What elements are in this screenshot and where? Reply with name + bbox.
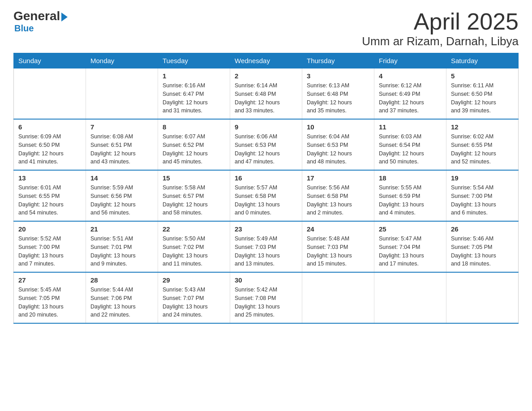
day-number: 23 — [235, 225, 297, 233]
calendar-cell: 17Sunrise: 5:56 AM Sunset: 6:58 PM Dayli… — [302, 170, 374, 221]
day-number: 18 — [379, 174, 442, 182]
calendar-cell: 10Sunrise: 6:04 AM Sunset: 6:53 PM Dayli… — [302, 119, 374, 170]
page-title: April 2025 — [362, 9, 519, 34]
day-number: 24 — [307, 225, 369, 233]
day-number: 1 — [163, 72, 225, 80]
day-number: 25 — [379, 225, 442, 233]
day-number: 2 — [235, 72, 297, 80]
calendar-cell: 9Sunrise: 6:06 AM Sunset: 6:53 PM Daylig… — [230, 119, 302, 170]
day-info: Sunrise: 5:50 AM Sunset: 7:02 PM Dayligh… — [163, 235, 225, 268]
day-info: Sunrise: 6:12 AM Sunset: 6:49 PM Dayligh… — [379, 81, 442, 115]
calendar-header-wednesday: Wednesday — [230, 53, 302, 68]
day-number: 28 — [90, 276, 153, 284]
calendar-cell: 16Sunrise: 5:57 AM Sunset: 6:58 PM Dayli… — [230, 170, 302, 221]
calendar-cell: 6Sunrise: 6:09 AM Sunset: 6:50 PM Daylig… — [14, 119, 86, 170]
day-number: 30 — [235, 276, 297, 284]
day-info: Sunrise: 5:59 AM Sunset: 6:56 PM Dayligh… — [90, 184, 153, 217]
day-info: Sunrise: 5:44 AM Sunset: 7:06 PM Dayligh… — [90, 286, 153, 319]
calendar-header-sunday: Sunday — [14, 53, 86, 68]
calendar-cell: 21Sunrise: 5:51 AM Sunset: 7:01 PM Dayli… — [86, 221, 158, 272]
day-number: 5 — [451, 72, 514, 80]
day-info: Sunrise: 5:48 AM Sunset: 7:03 PM Dayligh… — [307, 235, 369, 268]
day-info: Sunrise: 5:43 AM Sunset: 7:07 PM Dayligh… — [163, 286, 225, 319]
day-info: Sunrise: 6:13 AM Sunset: 6:48 PM Dayligh… — [307, 81, 369, 115]
day-number: 4 — [379, 72, 442, 80]
day-info: Sunrise: 5:46 AM Sunset: 7:05 PM Dayligh… — [451, 235, 514, 268]
day-info: Sunrise: 5:47 AM Sunset: 7:04 PM Dayligh… — [379, 235, 442, 268]
calendar-cell: 8Sunrise: 6:07 AM Sunset: 6:52 PM Daylig… — [158, 119, 230, 170]
day-number: 19 — [451, 174, 514, 182]
calendar-cell: 24Sunrise: 5:48 AM Sunset: 7:03 PM Dayli… — [302, 221, 374, 272]
day-info: Sunrise: 6:16 AM Sunset: 6:47 PM Dayligh… — [163, 81, 225, 115]
day-number: 10 — [307, 123, 369, 131]
calendar-cell — [14, 68, 86, 120]
day-number: 11 — [379, 123, 442, 131]
calendar-cell — [374, 272, 446, 323]
calendar-cell: 1Sunrise: 6:16 AM Sunset: 6:47 PM Daylig… — [158, 68, 230, 120]
calendar-header-saturday: Saturday — [446, 53, 519, 68]
calendar-cell: 20Sunrise: 5:52 AM Sunset: 7:00 PM Dayli… — [14, 221, 86, 272]
day-info: Sunrise: 6:03 AM Sunset: 6:54 PM Dayligh… — [379, 133, 442, 166]
day-info: Sunrise: 5:52 AM Sunset: 7:00 PM Dayligh… — [18, 235, 81, 268]
calendar-week-row: 1Sunrise: 6:16 AM Sunset: 6:47 PM Daylig… — [14, 68, 519, 120]
calendar-cell: 25Sunrise: 5:47 AM Sunset: 7:04 PM Dayli… — [374, 221, 446, 272]
day-info: Sunrise: 5:45 AM Sunset: 7:05 PM Dayligh… — [18, 286, 81, 319]
calendar-cell: 18Sunrise: 5:55 AM Sunset: 6:59 PM Dayli… — [374, 170, 446, 221]
calendar-cell — [446, 272, 519, 323]
day-info: Sunrise: 6:01 AM Sunset: 6:55 PM Dayligh… — [18, 184, 81, 217]
day-info: Sunrise: 5:42 AM Sunset: 7:08 PM Dayligh… — [235, 286, 297, 319]
calendar-cell: 7Sunrise: 6:08 AM Sunset: 6:51 PM Daylig… — [86, 119, 158, 170]
day-info: Sunrise: 5:57 AM Sunset: 6:58 PM Dayligh… — [235, 184, 297, 217]
logo: General Blue — [13, 9, 68, 34]
calendar-week-row: 6Sunrise: 6:09 AM Sunset: 6:50 PM Daylig… — [14, 119, 519, 170]
day-number: 6 — [18, 123, 81, 131]
calendar-cell: 3Sunrise: 6:13 AM Sunset: 6:48 PM Daylig… — [302, 68, 374, 120]
day-info: Sunrise: 5:51 AM Sunset: 7:01 PM Dayligh… — [90, 235, 153, 268]
calendar-cell: 22Sunrise: 5:50 AM Sunset: 7:02 PM Dayli… — [158, 221, 230, 272]
day-info: Sunrise: 6:11 AM Sunset: 6:50 PM Dayligh… — [451, 81, 514, 115]
calendar-cell: 11Sunrise: 6:03 AM Sunset: 6:54 PM Dayli… — [374, 119, 446, 170]
day-number: 9 — [235, 123, 297, 131]
day-number: 20 — [18, 225, 81, 233]
page-header: General Blue April 2025 Umm ar Rizam, Da… — [13, 9, 519, 48]
title-block: April 2025 Umm ar Rizam, Darnah, Libya — [362, 9, 519, 48]
calendar-cell: 23Sunrise: 5:49 AM Sunset: 7:03 PM Dayli… — [230, 221, 302, 272]
calendar-cell: 14Sunrise: 5:59 AM Sunset: 6:56 PM Dayli… — [86, 170, 158, 221]
calendar-cell: 26Sunrise: 5:46 AM Sunset: 7:05 PM Dayli… — [446, 221, 519, 272]
calendar-cell: 5Sunrise: 6:11 AM Sunset: 6:50 PM Daylig… — [446, 68, 519, 120]
day-info: Sunrise: 5:56 AM Sunset: 6:58 PM Dayligh… — [307, 184, 369, 217]
day-number: 7 — [90, 123, 153, 131]
calendar-cell: 12Sunrise: 6:02 AM Sunset: 6:55 PM Dayli… — [446, 119, 519, 170]
day-number: 29 — [163, 276, 225, 284]
calendar-week-row: 27Sunrise: 5:45 AM Sunset: 7:05 PM Dayli… — [14, 272, 519, 323]
calendar-header-friday: Friday — [374, 53, 446, 68]
day-number: 8 — [163, 123, 225, 131]
calendar-header-monday: Monday — [86, 53, 158, 68]
day-number: 14 — [90, 174, 153, 182]
day-number: 26 — [451, 225, 514, 233]
calendar-cell: 29Sunrise: 5:43 AM Sunset: 7:07 PM Dayli… — [158, 272, 230, 323]
day-number: 27 — [18, 276, 81, 284]
day-number: 12 — [451, 123, 514, 131]
logo-triangle-icon — [61, 13, 68, 21]
calendar-cell: 15Sunrise: 5:58 AM Sunset: 6:57 PM Dayli… — [158, 170, 230, 221]
day-number: 13 — [18, 174, 81, 182]
day-info: Sunrise: 5:58 AM Sunset: 6:57 PM Dayligh… — [163, 184, 225, 217]
calendar-header-thursday: Thursday — [302, 53, 374, 68]
calendar-cell: 2Sunrise: 6:14 AM Sunset: 6:48 PM Daylig… — [230, 68, 302, 120]
logo-blue-text: Blue — [14, 23, 34, 34]
day-number: 22 — [163, 225, 225, 233]
day-number: 3 — [307, 72, 369, 80]
day-number: 17 — [307, 174, 369, 182]
calendar-cell: 4Sunrise: 6:12 AM Sunset: 6:49 PM Daylig… — [374, 68, 446, 120]
day-number: 16 — [235, 174, 297, 182]
day-info: Sunrise: 6:04 AM Sunset: 6:53 PM Dayligh… — [307, 133, 369, 166]
logo-general-text: General — [13, 9, 60, 23]
day-number: 15 — [163, 174, 225, 182]
day-info: Sunrise: 5:49 AM Sunset: 7:03 PM Dayligh… — [235, 235, 297, 268]
calendar-cell — [86, 68, 158, 120]
calendar-header-row: SundayMondayTuesdayWednesdayThursdayFrid… — [14, 53, 519, 68]
day-info: Sunrise: 5:54 AM Sunset: 7:00 PM Dayligh… — [451, 184, 514, 217]
calendar-cell: 30Sunrise: 5:42 AM Sunset: 7:08 PM Dayli… — [230, 272, 302, 323]
calendar-cell: 19Sunrise: 5:54 AM Sunset: 7:00 PM Dayli… — [446, 170, 519, 221]
